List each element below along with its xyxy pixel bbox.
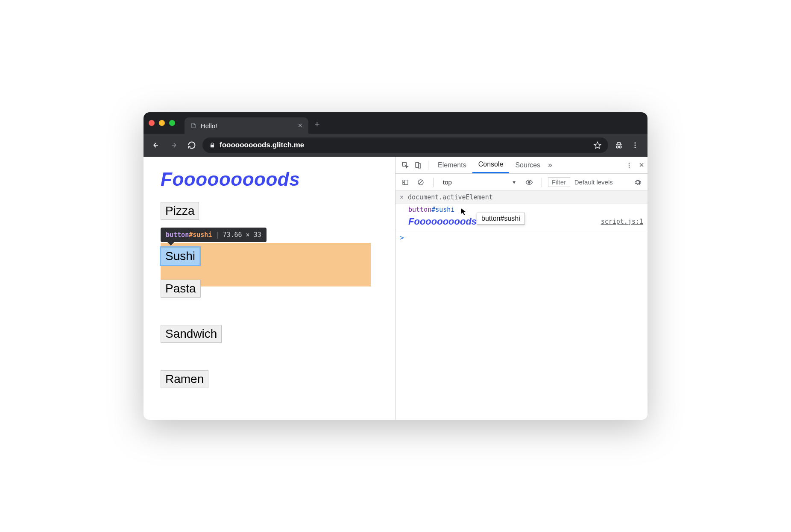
browser-window: Hello! × + fooooooooods.glitch.me — [144, 112, 647, 420]
devtools-panel: Elements Console Sources » × — [396, 157, 647, 420]
devtools-close-icon[interactable]: × — [639, 160, 644, 170]
address-bar[interactable]: fooooooooods.glitch.me — [202, 137, 608, 153]
tab-sources[interactable]: Sources — [509, 157, 546, 173]
prompt-caret: > — [400, 234, 404, 242]
food-button-sandwich[interactable]: Sandwich — [161, 325, 222, 343]
page-content: Fooooooooods Pizza button#sushi|73.66 × … — [144, 157, 396, 420]
food-button-pasta[interactable]: Pasta — [161, 280, 201, 298]
result-id: #sushi — [431, 206, 454, 213]
tab-title: Hello! — [201, 122, 293, 129]
expression-text: document.activeElement — [408, 193, 493, 201]
inspect-element-icon[interactable] — [399, 159, 412, 172]
device-toggle-icon[interactable] — [412, 159, 425, 172]
svg-point-10 — [629, 167, 630, 168]
back-button[interactable] — [149, 138, 163, 152]
tab-elements[interactable]: Elements — [432, 157, 472, 173]
window-controls — [149, 120, 175, 126]
maximize-window-button[interactable] — [169, 120, 175, 126]
browser-toolbar: fooooooooods.glitch.me — [144, 134, 647, 157]
svg-point-1 — [619, 146, 621, 148]
console-sidebar-toggle-icon[interactable] — [399, 176, 412, 189]
more-tabs-icon[interactable]: » — [548, 161, 552, 170]
remove-expression-icon[interactable]: × — [400, 193, 404, 201]
context-label: top — [443, 178, 452, 186]
result-tag: button — [408, 206, 431, 213]
hover-tooltip: button#sushi — [477, 213, 525, 225]
food-button-pizza[interactable]: Pizza — [161, 202, 199, 220]
svg-point-9 — [629, 164, 630, 166]
clear-console-icon[interactable] — [414, 176, 427, 189]
divider — [428, 161, 428, 170]
console-body: × document.activeElement button#sushi bu… — [396, 191, 647, 420]
svg-point-8 — [629, 163, 630, 164]
food-button-ramen[interactable]: Ramen — [161, 370, 208, 388]
inspect-tooltip: button#sushi|73.66 × 33 — [161, 228, 267, 242]
svg-point-4 — [635, 147, 636, 148]
divider — [433, 178, 434, 187]
incognito-icon[interactable] — [612, 138, 626, 152]
inspect-dimensions: 73.66 × 33 — [223, 231, 261, 239]
inspect-id: #sushi — [189, 231, 212, 239]
url-text: fooooooooods.glitch.me — [220, 141, 304, 149]
food-button-sushi[interactable]: Sushi — [161, 247, 200, 265]
svg-point-2 — [635, 142, 636, 143]
log-levels-selector[interactable]: Default levels — [574, 178, 613, 186]
live-expression-eye-icon[interactable] — [523, 176, 536, 189]
browser-tab[interactable]: Hello! × — [185, 117, 308, 134]
log-source-link[interactable]: script.js:1 — [601, 218, 643, 225]
context-selector[interactable]: top ▼ — [439, 178, 520, 187]
devtools-menu-icon[interactable] — [623, 159, 636, 172]
svg-point-13 — [528, 181, 530, 183]
close-window-button[interactable] — [149, 120, 155, 126]
inspect-tag: button — [166, 231, 189, 239]
page-icon — [190, 123, 196, 129]
filter-input[interactable]: Filter — [548, 177, 570, 187]
new-tab-button[interactable]: + — [314, 119, 320, 130]
forward-button[interactable] — [167, 138, 181, 152]
log-message: Fooooooooods — [408, 216, 477, 227]
browser-menu-button[interactable] — [628, 138, 642, 152]
live-expression-row[interactable]: × document.activeElement — [396, 191, 647, 204]
page-heading: Fooooooooods — [161, 169, 378, 190]
cursor-icon — [460, 208, 467, 216]
chevron-down-icon: ▼ — [512, 179, 517, 185]
divider — [542, 178, 542, 187]
reload-button[interactable] — [185, 138, 199, 152]
minimize-window-button[interactable] — [159, 120, 165, 126]
svg-point-0 — [616, 146, 618, 148]
console-prompt[interactable]: > — [396, 230, 647, 245]
svg-point-3 — [635, 145, 636, 146]
devtools-tab-bar: Elements Console Sources » × — [396, 157, 647, 174]
console-settings-icon[interactable] — [631, 176, 644, 189]
tab-console[interactable]: Console — [472, 157, 510, 173]
lock-icon — [209, 142, 215, 148]
close-tab-icon[interactable]: × — [298, 121, 302, 130]
console-toolbar: top ▼ Filter Default levels — [396, 174, 647, 191]
title-bar: Hello! × + — [144, 112, 647, 134]
bookmark-star-icon[interactable] — [594, 141, 601, 149]
